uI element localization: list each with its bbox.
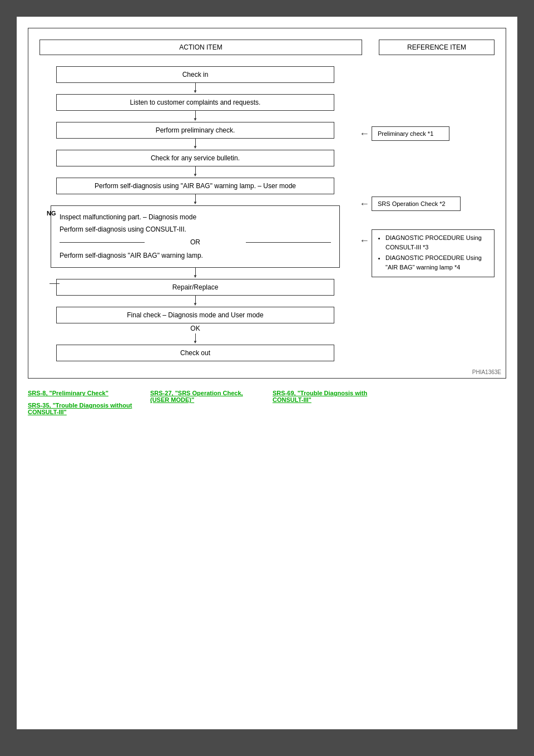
action-item-header: ACTION ITEM (39, 40, 362, 55)
diag-bullet-2: DIAGNOSTIC PROCEDURE Using "AIR BAG" war… (385, 254, 482, 271)
link-4[interactable]: SRS-35, "Trouble Diagnosis without CONSU… (28, 402, 139, 415)
inspect-box: Inspect malfunctioning part. – Diagnosis… (51, 205, 340, 268)
arrow-3 (45, 139, 345, 150)
prelim-ref-row: ← Preliminary check *1 (359, 126, 495, 141)
service-bulletin-box: Check for any service bulletin. (56, 150, 334, 166)
check-out-box: Check out (56, 345, 334, 361)
link-3[interactable]: SRS-69, "Trouble Diagnosis with CONSULT-… (273, 390, 384, 403)
headers-row: ACTION ITEM REFERENCE ITEM (39, 40, 495, 66)
arrow-5 (45, 194, 345, 205)
srs-op-ref-box: SRS Operation Check *2 (372, 197, 461, 211)
ref-spacer-1 (359, 66, 495, 126)
action-flow: Check in Listen to customer complaints a… (39, 66, 351, 361)
arrow-left-1: ← (359, 128, 369, 140)
arrow-4 (45, 166, 345, 178)
ok-label: OK (45, 325, 345, 332)
reference-area: ← Preliminary check *1 ← SRS Operation C… (351, 66, 495, 361)
self-diag-user-box: Perform self-diagnosis using "AIR BAG" w… (56, 178, 334, 194)
or-hr-left (60, 242, 145, 243)
arrow-left-2: ← (359, 198, 369, 210)
ng-loop-bracket (50, 283, 60, 284)
arrow-2 (45, 111, 345, 122)
reference-column: REFERENCE ITEM (362, 40, 495, 66)
arrow-1 (45, 83, 345, 94)
link-col-3: SRS-69, "Trouble Diagnosis with CONSULT-… (273, 390, 384, 415)
action-column: ACTION ITEM (39, 40, 362, 66)
watermark: PHIA1363E (472, 369, 501, 375)
arrow-6 (45, 268, 345, 279)
arrow-left-3: ← (359, 235, 369, 247)
reference-item-header: REFERENCE ITEM (379, 40, 495, 55)
ng-label: NG (47, 210, 56, 217)
link-2[interactable]: SRS-27, "SRS Operation Check, (USER MODE… (150, 390, 261, 403)
arrow-8 (45, 333, 345, 345)
final-check-box: Final check – Diagnosis mode and User mo… (56, 307, 334, 323)
links-section: SRS-8, "Preliminary Check" SRS-35, "Trou… (28, 390, 506, 415)
link-col-1: SRS-8, "Preliminary Check" SRS-35, "Trou… (28, 390, 139, 415)
arrow-7 (45, 296, 345, 307)
inspect-line3: Perform self-diagnosis "AIR BAG" warning… (60, 250, 331, 262)
prelim-ref-box: Preliminary check *1 (372, 126, 449, 141)
or-hr-right (246, 242, 331, 243)
link-1[interactable]: SRS-8, "Preliminary Check" (28, 390, 139, 396)
diag-bullet-1: DIAGNOSTIC PROCEDURE Using CONSULT-III *… (385, 234, 482, 251)
diag-proc-ref-row: ← DIAGNOSTIC PROCEDURE Using CONSULT-III… (359, 229, 495, 277)
link-col-2: SRS-27, "SRS Operation Check, (USER MODE… (150, 390, 261, 415)
diagram-container: ACTION ITEM REFERENCE ITEM NG Check in (28, 28, 506, 379)
diag-proc-ref-box: DIAGNOSTIC PROCEDURE Using CONSULT-III *… (372, 229, 495, 277)
or-text: OR (145, 237, 246, 249)
prelim-check-box: Perform preliminary check. (56, 122, 334, 139)
inspect-line2: Perform self-diagnosis using CONSULT-III… (60, 224, 331, 236)
check-in-box: Check in (56, 66, 334, 83)
or-line: OR (60, 237, 331, 249)
inspect-line1: Inspect malfunctioning part. – Diagnosis… (60, 212, 331, 224)
repair-replace-box: Repair/Replace (56, 279, 334, 296)
page: ACTION ITEM REFERENCE ITEM NG Check in (17, 17, 517, 729)
listen-box: Listen to customer complaints and reques… (56, 94, 334, 111)
srs-ref-row: ← SRS Operation Check *2 (359, 197, 495, 211)
ref-spacer-3 (359, 214, 495, 229)
ref-spacer-2 (359, 144, 495, 197)
